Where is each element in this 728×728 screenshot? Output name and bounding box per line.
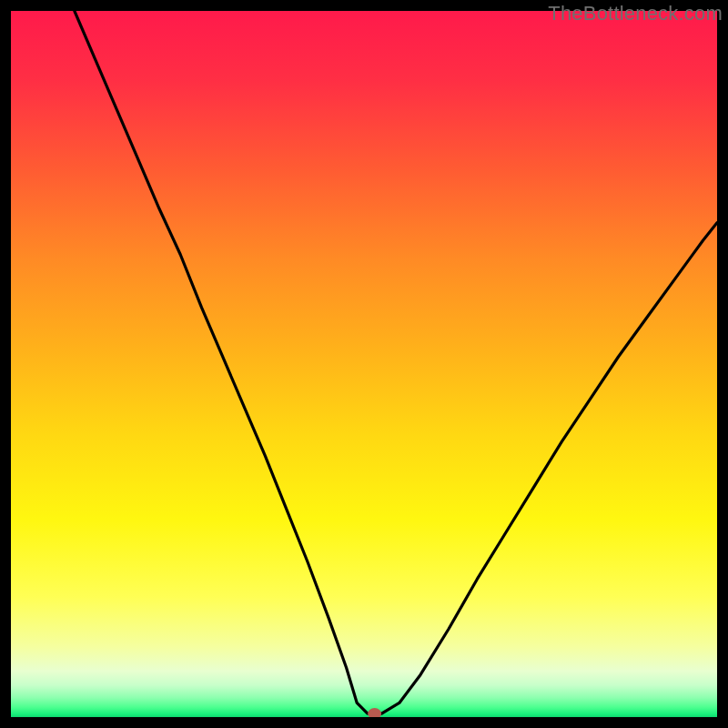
chart-frame — [11, 11, 717, 717]
chart-svg — [11, 11, 717, 717]
chart-background — [11, 11, 717, 717]
attribution-text: TheBottleneck.com — [548, 2, 723, 25]
